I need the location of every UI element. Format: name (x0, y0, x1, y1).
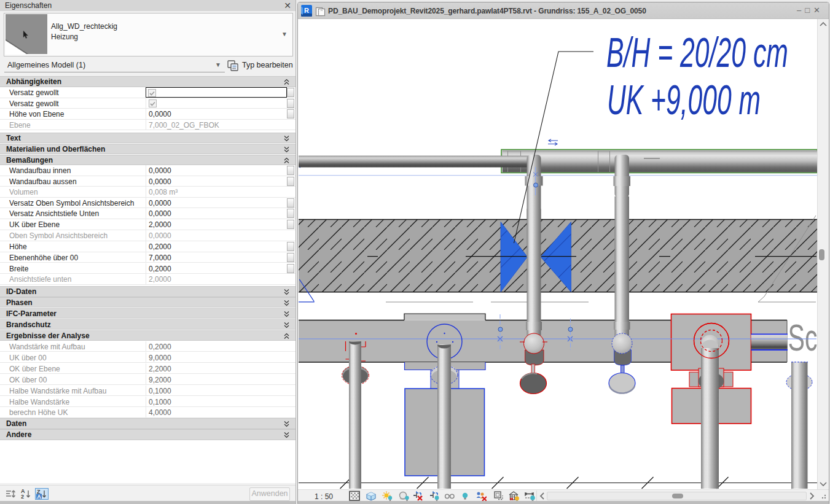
svg-text:2: 2 (21, 494, 24, 500)
svg-text:UK +9,000 m: UK +9,000 m (607, 76, 761, 123)
svg-text:A: A (37, 494, 41, 500)
svg-text:Sc: Sc (788, 316, 818, 359)
svg-text:B/H = 20/20 cm: B/H = 20/20 cm (606, 29, 788, 76)
svg-text:R: R (304, 7, 309, 14)
